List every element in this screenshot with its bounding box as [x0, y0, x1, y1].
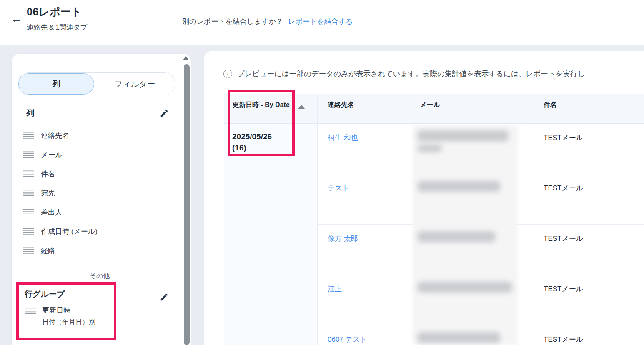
table-header-label: 件名 — [544, 101, 557, 108]
drag-handle-icon[interactable] — [23, 151, 34, 158]
tab-filters[interactable]: フィルター — [95, 73, 175, 95]
column-item-label: 連絡先名 — [41, 131, 69, 140]
drag-handle-icon[interactable] — [23, 189, 34, 197]
redacted-text — [418, 231, 495, 242]
date-group-value: 2025/05/26 (16) — [232, 131, 286, 153]
drag-handle-icon[interactable] — [25, 307, 36, 315]
table-row-subject-cell: TESTメール — [530, 225, 644, 275]
drag-handle-icon[interactable] — [23, 170, 34, 178]
column-item-label: 件名 — [41, 169, 55, 179]
others-divider-label: その他 — [90, 272, 110, 280]
table-header-subject[interactable]: 件名 — [530, 94, 644, 124]
table-header-date-group[interactable]: 更新日時 - By Date — [224, 94, 318, 124]
merge-report-prompt: 別のレポートを結合しますか？ — [182, 18, 283, 25]
redacted-text — [418, 282, 512, 292]
drag-handle-icon[interactable] — [23, 247, 34, 254]
table-header-label: メール — [420, 101, 440, 108]
info-icon: i — [223, 70, 232, 78]
table-row-contact-cell: 0607 テスト — [318, 325, 406, 345]
table-header-label: 連絡先名 — [328, 101, 354, 108]
row-group-item-updated-at[interactable]: 更新日時 日付（年月日）別 — [25, 305, 114, 327]
preview-info-banner: i プレビューには一部のデータのみが表示されています。実際の集計値を表示するには… — [223, 69, 644, 79]
sidebar-tab-control: 列 フィルター — [18, 72, 175, 95]
table-row-contact-cell: 桐生 和也 — [318, 124, 406, 174]
report-settings-sidebar: 列 フィルター 列 連絡先名 メール 件名 宛先 差出人 作成日時 (メール) — [11, 53, 191, 345]
top-bar: ← 06レポート 連絡先 & 1関連タブ 別のレポートを結合しますか？ レポート… — [0, 0, 644, 45]
column-item-subject[interactable]: 件名 — [12, 164, 191, 183]
divider-line — [33, 276, 84, 276]
merge-report-link[interactable]: レポートを結合する — [288, 18, 353, 25]
date-group-cell[interactable]: 2025/05/26 (16) — [224, 124, 318, 345]
drag-handle-icon[interactable] — [23, 208, 34, 216]
scrollbar-thumb[interactable] — [184, 64, 190, 345]
table-header-email[interactable]: メール — [406, 94, 530, 124]
table-row-subject-cell: TESTメール — [530, 275, 644, 325]
redacted-text — [418, 145, 442, 152]
column-item-route[interactable]: 経路 — [12, 241, 191, 260]
row-group-section-title: 行グループ — [25, 289, 114, 300]
table-row-contact-cell: 像方 太郎 — [318, 225, 406, 275]
contact-name-link[interactable]: テスト — [328, 184, 349, 192]
edit-columns-pencil-icon[interactable] — [160, 109, 169, 118]
table-row-contact-cell: 江上 — [318, 275, 406, 325]
redacted-text — [418, 332, 500, 343]
scroll-up-icon[interactable] — [183, 56, 189, 60]
merge-report-row: 別のレポートを結合しますか？ レポートを結合する — [182, 17, 353, 26]
column-item-from[interactable]: 差出人 — [12, 202, 191, 222]
table-header-contact-name[interactable]: 連絡先名 — [318, 94, 406, 124]
subject-value: TESTメール — [544, 335, 583, 343]
column-item-label: メール — [41, 150, 63, 160]
report-type-subtitle: 連絡先 & 1関連タブ — [27, 23, 88, 32]
table-row-subject-cell: TESTメール — [530, 325, 644, 345]
subject-value: TESTメール — [544, 235, 583, 242]
subject-value: TESTメール — [544, 184, 583, 192]
column-item-contact-name[interactable]: 連絡先名 — [12, 126, 191, 145]
table-row-subject-cell: TESTメール — [530, 124, 644, 174]
contact-name-link[interactable]: 江上 — [328, 285, 342, 293]
column-item-label: 宛先 — [41, 188, 55, 198]
columns-section-title: 列 — [26, 108, 34, 119]
drag-handle-icon[interactable] — [23, 132, 34, 139]
table-header-label: 更新日時 - By Date — [232, 100, 291, 110]
redacted-text — [418, 130, 509, 141]
sort-asc-icon[interactable] — [298, 105, 305, 109]
column-item-label: 作成日時 (メール) — [41, 227, 98, 236]
report-preview-panel: i プレビューには一部のデータのみが表示されています。実際の集計値を表示するには… — [204, 51, 644, 345]
preview-info-text: プレビューには一部のデータのみが表示されています。実際の集計値を表示するには、レ… — [237, 69, 585, 79]
column-item-label: 経路 — [41, 246, 55, 255]
tab-columns[interactable]: 列 — [18, 73, 94, 95]
column-item-label: 差出人 — [41, 208, 62, 217]
back-arrow-icon[interactable]: ← — [11, 13, 22, 25]
table-row-contact-cell: テスト — [318, 174, 406, 225]
subject-value: TESTメール — [544, 285, 583, 293]
contact-name-link[interactable]: 像方 太郎 — [328, 235, 358, 242]
table-row-subject-cell: TESTメール — [530, 174, 644, 225]
contact-name-link[interactable]: 桐生 和也 — [328, 134, 358, 142]
page-title: 06レポート — [27, 5, 82, 19]
column-list: 連絡先名 メール 件名 宛先 差出人 作成日時 (メール) 経路 — [12, 126, 191, 260]
redacted-email-column — [413, 125, 518, 345]
divider-line — [115, 276, 167, 276]
row-group-item-sublabel: 日付（年月日）別 — [42, 318, 95, 327]
contact-name-link[interactable]: 0607 テスト — [328, 335, 367, 343]
subject-value: TESTメール — [544, 134, 583, 142]
others-divider: その他 — [33, 270, 167, 281]
column-item-to[interactable]: 宛先 — [12, 183, 191, 202]
drag-handle-icon[interactable] — [23, 228, 34, 235]
row-group-highlight-box: 行グループ 更新日時 日付（年月日）別 — [16, 282, 116, 340]
sidebar-scrollbar[interactable] — [183, 54, 191, 345]
column-item-email[interactable]: メール — [12, 145, 191, 164]
edit-row-group-pencil-icon[interactable] — [160, 292, 169, 302]
redacted-text — [418, 181, 500, 192]
row-group-item-label: 更新日時 — [42, 305, 95, 315]
column-item-created-at[interactable]: 作成日時 (メール) — [12, 222, 191, 241]
